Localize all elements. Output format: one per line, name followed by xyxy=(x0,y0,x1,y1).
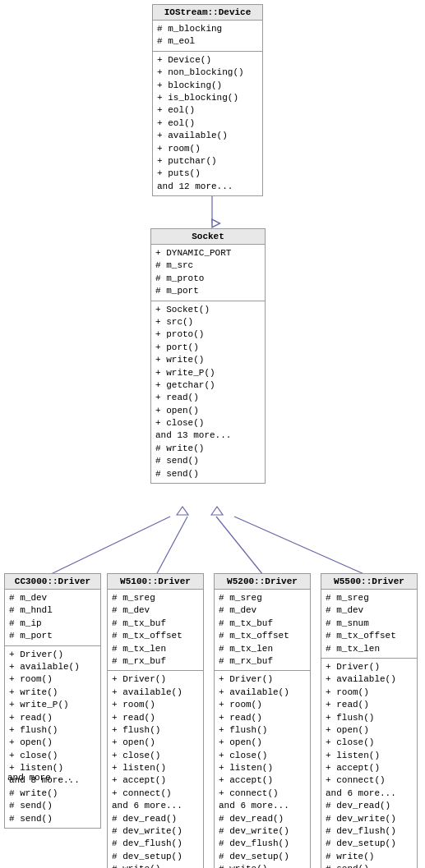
w5100-driver-title: W5100::Driver xyxy=(108,574,203,590)
w5200-driver-box: W5200::Driver # m_sreg # m_dev # m_tx_bu… xyxy=(214,573,311,868)
w5200-driver-methods: + Driver() + available() + room() + read… xyxy=(215,671,310,868)
w5100-driver-methods: + Driver() + available() + room() + read… xyxy=(108,671,203,868)
socket-fields: + DYNAMIC_PORT # m_src # m_proto # m_por… xyxy=(151,245,265,301)
w5500-driver-fields: # m_sreg # m_dev # m_snum # m_tx_offset … xyxy=(321,590,417,659)
cc3000-driver-methods: + Driver() + available() + room() + writ… xyxy=(5,646,100,828)
svg-marker-6 xyxy=(211,507,223,515)
socket-title: Socket xyxy=(151,229,265,245)
cc3000-driver-fields: # m_dev # m_hndl # m_ip # m_port xyxy=(5,590,100,646)
diagram-container: IOStream::Device # m_blocking # m_eol + … xyxy=(0,0,425,868)
iostream-device-title: IOStream::Device xyxy=(153,5,262,21)
socket-methods: + Socket() + src() + proto() + port() + … xyxy=(151,301,265,483)
iostream-device-methods: + Device() + non_blocking() + blocking()… xyxy=(153,52,262,195)
w5500-driver-methods: + Driver() + available() + room() + read… xyxy=(321,659,417,868)
w5500-driver-title: W5500::Driver xyxy=(321,574,417,590)
iostream-device-fields: # m_blocking # m_eol xyxy=(153,21,262,52)
cc3000-driver-title: CC3000::Driver xyxy=(5,574,100,590)
w5100-driver-fields: # m_sreg # m_dev # m_tx_buf # m_tx_offse… xyxy=(108,590,203,671)
svg-line-1 xyxy=(49,517,170,575)
w5200-driver-title: W5200::Driver xyxy=(215,574,310,590)
iostream-device-box: IOStream::Device # m_blocking # m_eol + … xyxy=(152,4,263,196)
w5100-driver-box: W5100::Driver # m_sreg # m_dev # m_tx_bu… xyxy=(107,573,204,868)
socket-box: Socket + DYNAMIC_PORT # m_src # m_proto … xyxy=(150,228,266,484)
svg-line-4 xyxy=(234,517,366,575)
cc3000-driver-box: CC3000::Driver # m_dev # m_hndl # m_ip #… xyxy=(4,573,101,829)
svg-line-3 xyxy=(216,517,263,575)
and-more-text: and more . . xyxy=(7,773,72,783)
svg-marker-5 xyxy=(177,507,188,515)
w5500-driver-box: W5500::Driver # m_sreg # m_dev # m_snum … xyxy=(321,573,418,868)
svg-line-2 xyxy=(156,517,187,575)
w5200-driver-fields: # m_sreg # m_dev # m_tx_buf # m_tx_offse… xyxy=(215,590,310,671)
